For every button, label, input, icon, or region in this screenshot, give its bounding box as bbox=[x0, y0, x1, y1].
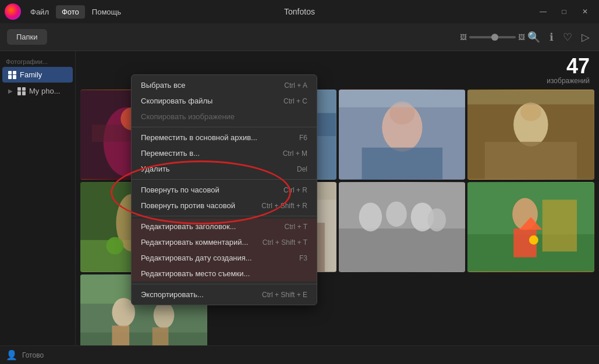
menu-edit-comment-label: Редактировать комментарий... bbox=[141, 238, 251, 247]
menu-edit-date-label: Редактировать дату создания... bbox=[141, 254, 288, 262]
toolbar-icons: 🔍 ℹ ♡ ▷ bbox=[525, 28, 592, 46]
photo-8-svg bbox=[467, 182, 594, 272]
menu-help[interactable]: Помощь bbox=[86, 5, 127, 19]
toolbar: Папки 🖼 🖼 🔍 ℹ ♡ ▷ bbox=[0, 23, 599, 51]
menu-rotate-ccw-shortcut: Ctrl + Shift + R bbox=[261, 202, 307, 210]
status-bar: 👤 Готово bbox=[0, 345, 599, 364]
menu-separator-1 bbox=[132, 127, 317, 127]
svg-rect-12 bbox=[361, 148, 442, 179]
menu-move-to-label: Переместить в... bbox=[141, 149, 271, 158]
menu-select-all-label: Выбрать все bbox=[141, 81, 272, 90]
photo-cell-3[interactable] bbox=[339, 90, 466, 180]
menu-separator-3 bbox=[132, 216, 317, 216]
grid-icon-family bbox=[8, 71, 16, 79]
menu-edit-date[interactable]: Редактировать дату создания... F3 bbox=[132, 250, 317, 266]
info-icon[interactable]: ℹ bbox=[547, 28, 556, 46]
photo-count: 47 изображений bbox=[547, 56, 590, 85]
menu-edit-location[interactable]: Редактировать место съемки... bbox=[132, 266, 317, 281]
menu-edit-comment-shortcut: Ctrl + Shift + T bbox=[263, 238, 307, 247]
svg-rect-40 bbox=[543, 199, 577, 251]
title-bar: Файл Фото Помощь Tonfotos — □ ✕ bbox=[0, 0, 599, 23]
zoom-min-icon: 🖼 bbox=[460, 33, 467, 41]
menu-move-archive-label: Переместить в основной архив... bbox=[141, 133, 288, 142]
minimize-button[interactable]: — bbox=[534, 5, 552, 19]
menu-rotate-cw[interactable]: Повернуть по часовой Ctrl + R bbox=[132, 182, 317, 198]
sidebar-section-label: Фотографии... bbox=[0, 56, 75, 66]
photo-cell-4[interactable] bbox=[467, 90, 594, 180]
svg-rect-51 bbox=[153, 327, 169, 345]
app-title: Tonfotos bbox=[284, 7, 315, 16]
menu-delete[interactable]: Удалить Del bbox=[132, 161, 317, 177]
photo-cell-7[interactable] bbox=[339, 182, 466, 272]
menu-export-label: Экспортировать... bbox=[141, 290, 250, 299]
menu-move-archive[interactable]: Переместить в основной архив... F6 bbox=[132, 130, 317, 145]
maximize-button[interactable]: □ bbox=[555, 5, 573, 19]
photo-cell-8[interactable] bbox=[467, 182, 594, 272]
menu-delete-shortcut: Del bbox=[297, 165, 307, 173]
sidebar: Фотографии... Family ▶ My pho... bbox=[0, 51, 76, 345]
sidebar-item-my-photos[interactable]: ▶ My pho... bbox=[2, 83, 73, 99]
menu-export[interactable]: Экспортировать... Ctrl + Shift + E bbox=[132, 287, 317, 302]
menu-photo[interactable]: Фото bbox=[56, 5, 85, 19]
menu-file[interactable]: Файл bbox=[24, 5, 55, 19]
menu-copy-files-shortcut: Ctrl + C bbox=[283, 97, 307, 105]
svg-rect-19 bbox=[467, 90, 594, 105]
menu-bar: Файл Фото Помощь bbox=[24, 5, 127, 19]
menu-move-to-shortcut: Ctrl + M bbox=[283, 149, 307, 158]
svg-point-44 bbox=[529, 235, 538, 245]
sidebar-arrow-icon: ▶ bbox=[8, 88, 13, 94]
svg-point-18 bbox=[520, 103, 541, 122]
svg-rect-17 bbox=[485, 142, 577, 179]
favorites-icon[interactable]: ♡ bbox=[561, 28, 575, 46]
status-icon: 👤 bbox=[6, 349, 17, 361]
menu-rotate-cw-shortcut: Ctrl + R bbox=[283, 186, 307, 194]
menu-copy-files-label: Скопировать файлы bbox=[141, 97, 272, 105]
zoom-max-icon: 🖼 bbox=[518, 33, 525, 41]
status-text: Готово bbox=[22, 351, 44, 359]
svg-point-35 bbox=[386, 201, 407, 227]
menu-rotate-cw-label: Повернуть по часовой bbox=[141, 185, 272, 194]
zoom-slider[interactable] bbox=[469, 36, 516, 38]
sidebar-item-family[interactable]: Family bbox=[2, 67, 73, 83]
sidebar-item-my-photos-label: My pho... bbox=[29, 87, 60, 95]
menu-select-all-shortcut: Ctrl + A bbox=[284, 81, 307, 90]
svg-rect-50 bbox=[112, 326, 129, 345]
main-layout: Фотографии... Family ▶ My pho... 47 изоб… bbox=[0, 51, 599, 345]
svg-point-23 bbox=[107, 237, 124, 255]
menu-copy-image-label: Скопировать изображение bbox=[141, 112, 296, 121]
folders-button[interactable]: Папки bbox=[7, 29, 47, 45]
svg-point-34 bbox=[359, 202, 382, 231]
menu-select-all[interactable]: Выбрать все Ctrl + A bbox=[132, 77, 317, 93]
menu-separator-4 bbox=[132, 284, 317, 284]
menu-rotate-ccw-label: Повернуть против часовой bbox=[141, 201, 250, 210]
menu-edit-title-label: Редактировать заголовок... bbox=[141, 222, 273, 231]
menu-edit-title[interactable]: Редактировать заголовок... Ctrl + T bbox=[132, 219, 317, 234]
menu-export-shortcut: Ctrl + Shift + E bbox=[262, 291, 307, 299]
menu-edit-date-shortcut: F3 bbox=[299, 254, 307, 262]
menu-move-to[interactable]: Переместить в... Ctrl + M bbox=[132, 145, 317, 161]
menu-copy-files[interactable]: Скопировать файлы Ctrl + C bbox=[132, 93, 317, 109]
menu-edit-location-label: Редактировать место съемки... bbox=[141, 269, 296, 278]
app-logo bbox=[5, 3, 21, 20]
zoom-control: 🖼 🖼 bbox=[460, 33, 525, 41]
svg-rect-46 bbox=[80, 333, 207, 345]
search-icon[interactable]: 🔍 bbox=[525, 28, 543, 46]
close-button[interactable]: ✕ bbox=[576, 5, 594, 19]
menu-move-archive-shortcut: F6 bbox=[299, 134, 307, 142]
grid-icon-my-photos bbox=[17, 87, 26, 95]
svg-point-37 bbox=[427, 208, 446, 231]
photo-count-label: изображений bbox=[547, 77, 590, 85]
menu-rotate-ccw[interactable]: Повернуть против часовой Ctrl + Shift + … bbox=[132, 198, 317, 213]
svg-point-49 bbox=[154, 302, 175, 329]
menu-edit-title-shortcut: Ctrl + T bbox=[285, 223, 307, 231]
svg-rect-14 bbox=[339, 90, 466, 108]
window-controls: — □ ✕ bbox=[534, 5, 594, 19]
menu-edit-comment[interactable]: Редактировать комментарий... Ctrl + Shif… bbox=[132, 234, 317, 250]
menu-separator-2 bbox=[132, 179, 317, 180]
photo-context-menu: Выбрать все Ctrl + A Скопировать файлы C… bbox=[131, 74, 317, 305]
menu-delete-label: Удалить bbox=[141, 165, 285, 173]
content-area: 47 изображений bbox=[76, 51, 599, 345]
photo-count-number: 47 bbox=[547, 56, 590, 77]
sidebar-item-family-label: Family bbox=[20, 70, 42, 79]
play-icon[interactable]: ▷ bbox=[579, 28, 592, 46]
